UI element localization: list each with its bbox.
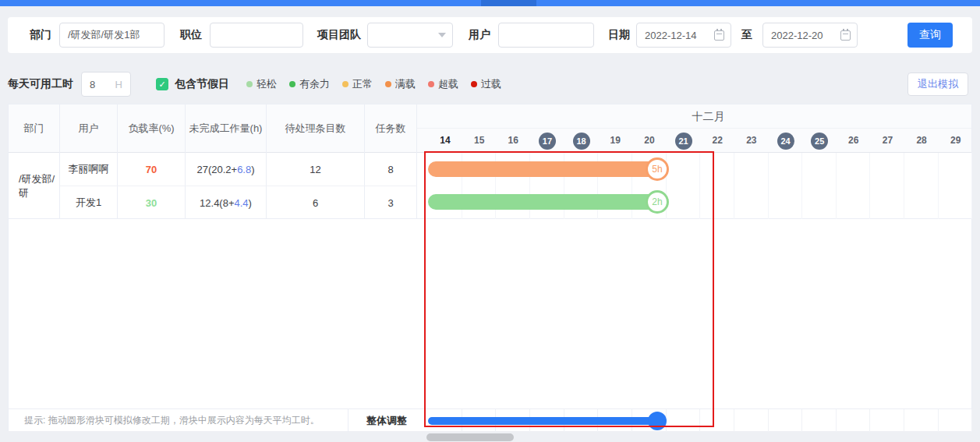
load-cell: 30 <box>118 186 186 219</box>
calendar-icon <box>840 30 851 41</box>
team-select[interactable] <box>367 23 453 48</box>
col-header-load: 负载率(%) <box>118 104 186 153</box>
daily-hours-label: 每天可用工时 <box>8 77 73 91</box>
top-nav-active-segment <box>481 0 536 6</box>
load-cell: 70 <box>118 153 186 186</box>
holiday-day-badge: 18 <box>573 133 590 150</box>
daily-hours-unit: H <box>115 79 122 90</box>
legend-item-1: 有余力 <box>289 77 330 91</box>
gantt-day-14: 14 <box>428 129 462 153</box>
department-cell: /研发部/研 <box>9 153 60 219</box>
calendar-icon <box>714 30 724 41</box>
col-header-tasks: 任务数 <box>365 104 417 153</box>
gantt-day-23: 23 <box>734 129 769 153</box>
gantt-month-label: 十二月 <box>417 104 971 129</box>
position-input[interactable] <box>210 23 303 48</box>
department-input[interactable] <box>59 23 165 48</box>
col-header-workload: 未完成工作量(h) <box>186 104 267 153</box>
gantt-bar-handle-row1[interactable]: 5h <box>646 157 669 181</box>
gantt-days-row: 14151617181920212223242526272829 <box>417 129 971 153</box>
overall-adjust-slider-track[interactable] <box>428 417 666 425</box>
legend-dot <box>342 81 348 87</box>
gantt-day-17: 17 <box>530 129 564 153</box>
gantt-day-20: 20 <box>632 129 667 153</box>
workload-cell: 12.4(8+4.4) <box>186 186 267 219</box>
user-label: 用户 <box>469 28 490 42</box>
legend-item-3: 满载 <box>385 77 416 91</box>
date-to-value: 2022-12-20 <box>771 30 823 41</box>
workload-cell: 27(20.2+6.8) <box>186 153 267 186</box>
tasks-cell: 3 <box>365 186 417 219</box>
gantt-day-28: 28 <box>904 129 939 153</box>
gantt-day-25: 25 <box>802 129 837 153</box>
drag-hint-text: 提示: 拖动圆形滑块可模拟修改工期，滑块中展示内容为每天平均工时。 <box>24 409 320 432</box>
horizontal-scrollbar-thumb[interactable] <box>426 433 514 441</box>
gantt-day-16: 16 <box>496 129 530 153</box>
load-value: 30 <box>146 197 157 209</box>
workload-table: 部门 用户 负载率(%) 未完成工作量(h) 待处理条目数 任务数 十二月 14… <box>8 104 972 431</box>
overall-adjust-slider-knob[interactable] <box>648 412 667 430</box>
workload-main: 27(20.2+ <box>196 164 237 175</box>
user-cell: 开发1 <box>60 186 118 219</box>
legend-label: 正常 <box>352 77 373 91</box>
daily-hours-value: 8 <box>90 79 95 90</box>
pending-cell: 12 <box>267 153 365 186</box>
legend-item-2: 正常 <box>342 77 373 91</box>
holiday-day-badge: 21 <box>675 133 692 150</box>
legend-item-4: 超载 <box>428 77 458 91</box>
gantt-bar-row2[interactable] <box>428 194 667 210</box>
daily-hours-input[interactable]: 8 H <box>81 72 131 97</box>
table-footer: 提示: 拖动圆形滑块可模拟修改工期，滑块中展示内容为每天平均工时。 整体调整 <box>9 408 971 431</box>
col-header-department: 部门 <box>9 104 60 153</box>
legend-label: 超载 <box>438 77 458 91</box>
legend-dot <box>246 81 253 87</box>
gantt-day-22: 22 <box>700 129 734 153</box>
holiday-day-badge: 25 <box>811 133 828 150</box>
simulation-toolbar: 每天可用工时 8 H 包含节假日 轻松有余力正常满载超载过载 退出模拟 <box>0 72 980 97</box>
tasks-cell: 8 <box>365 153 417 186</box>
search-button[interactable]: 查询 <box>907 23 953 48</box>
gantt-day-18: 18 <box>564 129 599 153</box>
gantt-day-27: 27 <box>870 129 904 153</box>
exit-simulation-button[interactable]: 退出模拟 <box>907 72 968 96</box>
holiday-day-badge: 17 <box>539 133 556 150</box>
legend-label: 轻松 <box>256 77 277 91</box>
overall-adjust-label: 整体调整 <box>348 409 426 432</box>
legend-dot <box>428 81 434 87</box>
gantt-day-21: 21 <box>667 129 701 153</box>
department-label: 部门 <box>30 28 51 42</box>
legend-label: 过载 <box>481 77 501 91</box>
user-input[interactable] <box>498 23 594 48</box>
gantt-bar-handle-row2[interactable]: 2h <box>646 190 669 214</box>
legend-item-5: 过载 <box>471 77 501 91</box>
gantt-day-19: 19 <box>598 129 632 153</box>
gantt-day-24: 24 <box>769 129 803 153</box>
date-to-input[interactable]: 2022-12-20 <box>762 23 858 48</box>
date-label: 日期 <box>608 28 630 42</box>
col-header-user: 用户 <box>60 104 118 153</box>
date-from-input[interactable]: 2022-12-14 <box>636 23 731 48</box>
include-holidays-checkbox[interactable] <box>156 78 168 90</box>
table-rows: /研发部/研 李丽啊啊 70 27(20.2+6.8) 12 8 开发1 30 … <box>9 153 971 219</box>
legend-dot <box>385 81 391 87</box>
legend-label: 满载 <box>395 77 416 91</box>
date-from-value: 2022-12-14 <box>645 30 697 41</box>
gantt-day-15: 15 <box>462 129 497 153</box>
chevron-down-icon <box>438 33 446 37</box>
workload-end: ) <box>251 164 254 175</box>
legend-dot <box>289 81 295 87</box>
user-cell: 李丽啊啊 <box>60 153 118 186</box>
workload-sub: 4.4 <box>235 197 249 209</box>
gantt-day-26: 26 <box>837 129 871 153</box>
pending-cell: 6 <box>267 186 365 219</box>
legend-dot <box>471 81 477 87</box>
position-label: 职位 <box>180 28 202 42</box>
include-holidays-label: 包含节假日 <box>175 77 229 91</box>
gantt-day-29: 29 <box>939 129 973 153</box>
workload-main: 12.4(8+ <box>200 197 234 209</box>
gantt-bar-row1[interactable] <box>428 161 667 177</box>
team-label: 项目团队 <box>317 28 361 42</box>
workload-simulation-page: 部门 职位 项目团队 用户 日期 2022-12-14 至 2022-12-20… <box>0 0 980 442</box>
legend-item-0: 轻松 <box>246 77 277 91</box>
workload-end: ) <box>249 197 252 209</box>
